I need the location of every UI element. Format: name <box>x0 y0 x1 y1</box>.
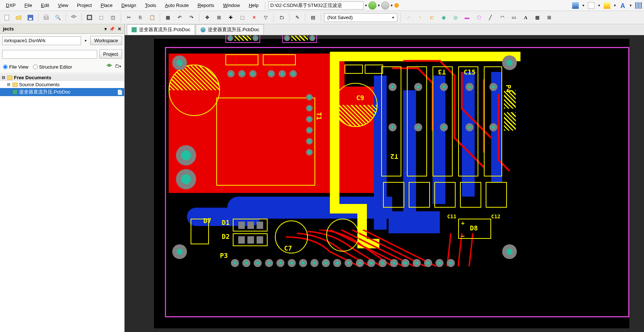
cut-icon[interactable]: ✂ <box>124 13 133 22</box>
label-t3: T3 <box>438 68 446 76</box>
zoom-area-icon[interactable]: ⬚ <box>96 13 106 22</box>
cross-icon[interactable]: ✚ <box>226 13 235 22</box>
align-icon[interactable]: ⊞ <box>214 13 224 22</box>
array-icon[interactable]: ▦ <box>533 13 542 22</box>
arc-icon[interactable]: ◠ <box>497 13 507 22</box>
nav-forward-button[interactable] <box>381 1 389 10</box>
tool-icon-3[interactable] <box>604 2 610 9</box>
t1-outline <box>216 98 315 186</box>
label-t1: T1 <box>315 112 323 120</box>
workspace-dropdown-icon[interactable]: ▾ <box>83 39 88 43</box>
zoom-fit-icon[interactable]: 🔲 <box>85 13 94 22</box>
menu-project[interactable]: Project <box>73 1 95 10</box>
panel-pin-icon[interactable]: ▾ <box>104 26 107 32</box>
comp-icon[interactable]: ⊞ <box>544 13 554 22</box>
tab-pcbdoc-2[interactable]: 逆变器直流升压.PcbDoc <box>196 24 264 35</box>
menu-design[interactable]: Design <box>118 1 140 10</box>
via-icon-2[interactable]: ◎ <box>450 13 460 22</box>
label-c9: C9 <box>356 94 364 102</box>
zoom-sel-icon[interactable]: ◫ <box>108 13 118 22</box>
route-icon-3[interactable]: ⊏ <box>427 13 437 22</box>
tool-icon-1[interactable] <box>572 2 579 9</box>
menu-bar: DXP File Edit View Project Place Design … <box>0 0 644 11</box>
menu-edit[interactable]: Edit <box>37 1 53 10</box>
line-icon[interactable]: ╱ <box>486 13 495 22</box>
layers-icon[interactable] <box>69 13 78 22</box>
text-icon[interactable]: A <box>521 13 530 22</box>
structure-editor-radio[interactable]: Structure Editor <box>33 64 72 70</box>
new-icon[interactable] <box>2 13 12 22</box>
poly-icon[interactable]: ⬠ <box>474 13 483 22</box>
nav-back-button[interactable] <box>368 1 376 10</box>
browse-icon[interactable]: 🗀 <box>277 13 286 22</box>
menu-reports[interactable]: Reports <box>194 1 218 10</box>
move-icon[interactable]: ✥ <box>202 13 212 22</box>
label-d8: D8 <box>470 224 478 232</box>
red-fanout <box>286 230 484 274</box>
label-c12: C12 <box>491 214 500 219</box>
home-icon[interactable]: ⬢ <box>394 2 399 9</box>
tool-icon-4[interactable]: A <box>619 2 626 9</box>
compile-icon[interactable] <box>106 63 113 71</box>
print-icon[interactable] <box>41 13 51 22</box>
fill-icon[interactable]: ▬ <box>462 13 472 22</box>
off-board-comps <box>225 35 317 43</box>
workspace-input[interactable] <box>2 36 81 45</box>
preview-icon[interactable]: 🔍 <box>53 13 63 22</box>
mount-tr <box>502 55 517 70</box>
saved-state-dropdown[interactable]: (Not Saved) ▾ <box>324 13 397 22</box>
menu-help[interactable]: Help <box>245 1 262 10</box>
menu-place[interactable]: Place <box>97 1 117 10</box>
panel-pushpin-icon[interactable]: 📌 <box>109 26 115 32</box>
snap-icon[interactable]: ✕ <box>249 13 259 22</box>
paste-icon[interactable]: 📋 <box>147 13 157 22</box>
filter-icon[interactable]: ▽ <box>261 13 271 22</box>
panel-close-icon[interactable]: ✕ <box>118 26 121 32</box>
project-tree[interactable]: ⊟ Free Documents ⊟ Source Documents 逆变器直… <box>0 73 124 332</box>
menu-view[interactable]: View <box>54 1 72 10</box>
projects-panel-title: jects <box>3 26 14 32</box>
tree-source-documents[interactable]: ⊟ Source Documents <box>0 81 124 88</box>
saved-state-label: (Not Saved) <box>327 15 353 20</box>
pcb-tab-icon-2 <box>200 27 206 32</box>
via-icon[interactable]: ◉ <box>439 13 448 22</box>
menu-window[interactable]: Window <box>219 1 243 10</box>
projects-panel-header: jects ▾ 📌 ✕ <box>0 24 124 34</box>
menu-dxp[interactable]: DXP <box>2 1 19 10</box>
select-icon[interactable]: ⬚ <box>238 13 247 22</box>
menu-autoroute[interactable]: Auto Route <box>161 1 192 10</box>
open-icon[interactable] <box>14 13 23 22</box>
comp-top-1 <box>225 54 258 65</box>
menu-file[interactable]: File <box>21 1 36 10</box>
r-array-3 <box>434 182 456 208</box>
group-icon[interactable]: ▦ <box>163 13 173 22</box>
tool-icon-2[interactable] <box>588 2 595 9</box>
pcb-canvas[interactable]: D7 D1 D2 C7 P3 C9 T1 T2 T3 C15 P4 D8 C11… <box>125 35 644 332</box>
tab-pcbdoc-1[interactable]: 逆变器直流升压.PcbDoc <box>127 24 195 35</box>
cap-outline-2 <box>326 219 359 252</box>
undo-icon[interactable]: ↶ <box>175 13 184 22</box>
project-input[interactable] <box>2 50 97 59</box>
save-icon[interactable] <box>26 13 35 22</box>
toolbar: 🔍 🔲 ⬚ ◫ ✂ ⎘ 📋 ▦ ↶ ↷ ✥ ⊞ ✚ ⬚ ✕ ▽ 🗀 ✎ ▤ (N… <box>0 11 644 24</box>
rect-icon[interactable]: ▭ <box>509 13 519 22</box>
path-input[interactable] <box>268 1 364 10</box>
route-icon-1[interactable]: ⟋ <box>404 13 413 22</box>
route-icon-2[interactable]: ⟍ <box>415 13 425 22</box>
tool-icon-5[interactable] <box>635 2 642 9</box>
project-button[interactable]: Project <box>99 50 122 59</box>
workspace-button[interactable]: Workspace <box>90 36 122 45</box>
options-icon[interactable]: 🗀▾ <box>115 63 121 71</box>
label-c11: C11 <box>447 214 456 219</box>
p3-header <box>231 259 455 267</box>
drc-icon[interactable]: ▤ <box>308 13 318 22</box>
copy-icon[interactable]: ⎘ <box>136 13 145 22</box>
label-t2: T2 <box>390 153 398 160</box>
redo-icon[interactable]: ↷ <box>187 13 196 22</box>
tree-free-documents[interactable]: ⊟ Free Documents <box>0 74 124 81</box>
svg-rect-2 <box>29 18 32 20</box>
menu-tools[interactable]: Tools <box>141 1 160 10</box>
tree-pcbdoc-item[interactable]: 逆变器直流升压.PcbDoc 📄 <box>0 88 124 96</box>
file-view-radio[interactable]: File View <box>3 64 29 70</box>
edit-icon[interactable]: ✎ <box>292 13 302 22</box>
